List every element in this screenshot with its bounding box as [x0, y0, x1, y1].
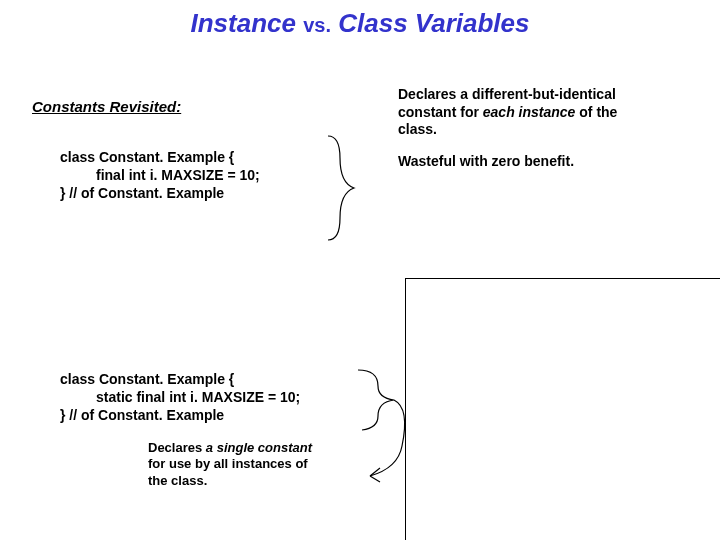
subheading-constants: Constants Revisited:	[32, 98, 181, 115]
title-left: Instance	[190, 8, 296, 38]
curly-brace-arrow-icon	[350, 368, 420, 488]
code-block-static: class Constant. Example { static final i…	[60, 370, 300, 425]
code-line: class Constant. Example {	[60, 370, 300, 388]
title-vs: vs.	[303, 14, 331, 36]
annotation-instance: Declares a different-but-identical const…	[398, 86, 638, 170]
curly-brace-icon	[320, 128, 380, 248]
slide-title: Instance vs. Class Variables	[0, 8, 720, 39]
code-line: class Constant. Example {	[60, 148, 260, 166]
code-line: } // of Constant. Example	[60, 406, 300, 424]
code-line: final int i. MAXSIZE = 10;	[60, 166, 260, 184]
code-line: static final int i. MAXSIZE = 10;	[60, 388, 300, 406]
annotation-paragraph: Wasteful with zero benefit.	[398, 153, 638, 171]
code-block-instance: class Constant. Example { final int i. M…	[60, 148, 260, 203]
blank-box	[405, 278, 720, 540]
code-line: } // of Constant. Example	[60, 184, 260, 202]
annotation-paragraph: Declares a different-but-identical const…	[398, 86, 638, 139]
annotation-static: Declares a single constant for use by al…	[148, 440, 328, 489]
title-right: Class Variables	[338, 8, 529, 38]
